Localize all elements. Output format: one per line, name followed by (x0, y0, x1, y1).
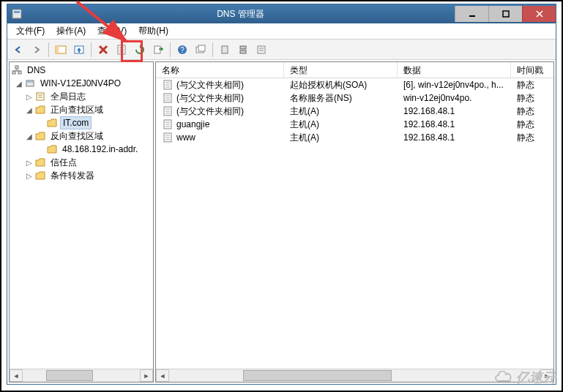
cell-timestamp: 静态 (511, 78, 553, 92)
tree-label: WIN-V12EJ0NV4PO (38, 78, 123, 89)
record-row[interactable]: guangjie主机(A)192.168.48.1静态 (156, 118, 553, 131)
scroll-track[interactable] (169, 369, 540, 382)
expand-toggle[interactable]: ◢ (24, 105, 34, 115)
forward-button[interactable] (29, 42, 45, 58)
new-window-button[interactable] (193, 42, 209, 58)
filter-button[interactable] (217, 42, 233, 58)
column-type[interactable]: 类型 (284, 62, 398, 78)
expand-toggle[interactable]: ▷ (24, 157, 34, 167)
watermark-text: 亿速云 (516, 369, 556, 386)
record-icon (162, 80, 174, 90)
svg-text:?: ? (180, 46, 184, 54)
record-row[interactable]: www主机(A)192.168.48.1静态 (156, 131, 553, 144)
cell-type: 主机(A) (284, 131, 398, 145)
server-button[interactable] (235, 42, 251, 58)
log-icon (34, 91, 46, 102)
expand-toggle[interactable]: ▷ (24, 170, 34, 181)
svg-rect-33 (27, 81, 33, 83)
close-button[interactable] (522, 6, 556, 22)
zone-icon (46, 144, 58, 154)
scroll-left-button[interactable]: ◄ (156, 369, 169, 382)
menubar: 文件(F) 操作(A) 查看(V) 帮助(H) (7, 23, 556, 39)
tree-global-log[interactable]: ▷ 全局日志 (10, 90, 153, 103)
window-title: DNS 管理器 (26, 8, 455, 20)
toolbar: ? (7, 39, 556, 60)
refresh-button[interactable] (132, 42, 148, 58)
scroll-left-button[interactable]: ◄ (10, 369, 23, 382)
expand-toggle[interactable]: ◢ (14, 78, 24, 88)
menu-action[interactable]: 操作(A) (51, 23, 92, 39)
tree-pane: DNS ◢ WIN-V12EJ0NV4PO ▷ 全局日志 ◢ (9, 61, 154, 382)
server-icon (24, 78, 36, 88)
record-row[interactable]: (与父文件夹相同)起始授权机构(SOA)[6], win-v12ej0nv4po… (156, 78, 553, 91)
maximize-button[interactable] (488, 6, 522, 22)
tree-label: 反向查找区域 (48, 129, 105, 143)
svg-rect-1 (12, 10, 21, 18)
scroll-right-button[interactable]: ► (140, 369, 153, 382)
minimize-button[interactable] (455, 6, 488, 22)
column-name[interactable]: 名称 (156, 62, 284, 78)
cell-data: 192.168.48.1 (398, 118, 511, 130)
folder-icon (34, 170, 46, 181)
list-header: 名称 类型 数据 时间戳 (156, 62, 553, 78)
titlebar[interactable]: DNS 管理器 (7, 4, 556, 23)
menu-file[interactable]: 文件(F) (10, 23, 51, 39)
tree-zone-it[interactable]: IT.com (10, 116, 153, 129)
record-icon (162, 93, 174, 103)
svg-rect-2 (14, 11, 20, 13)
tree-forward-zone[interactable]: ◢ 正向查找区域 (10, 103, 153, 116)
column-data[interactable]: 数据 (398, 62, 511, 78)
record-row[interactable]: (与父文件夹相同)名称服务器(NS)win-v12ej0nv4po.静态 (156, 91, 553, 105)
tree-cond-forwarders[interactable]: ▷ 条件转发器 (10, 169, 153, 182)
tree-label: 条件转发器 (48, 169, 97, 183)
cell-type: 名称服务器(NS) (284, 91, 398, 105)
cell-timestamp: 静态 (511, 118, 553, 132)
expand-toggle[interactable]: ▷ (24, 91, 34, 102)
cell-name: www (176, 132, 195, 143)
cloud-icon (493, 371, 513, 384)
svg-rect-22 (240, 46, 246, 49)
svg-rect-28 (12, 71, 15, 74)
svg-rect-29 (18, 71, 21, 74)
expand-toggle[interactable]: ◢ (24, 131, 34, 141)
record-row[interactable]: (与父文件夹相同)主机(A)192.168.48.1静态 (156, 105, 553, 118)
zone-icon (46, 118, 58, 128)
tree-trust-points[interactable]: ▷ 信任点 (10, 156, 153, 169)
tree-hscrollbar[interactable]: ◄ ► (10, 369, 153, 382)
tree-body[interactable]: DNS ◢ WIN-V12EJ0NV4PO ▷ 全局日志 ◢ (10, 62, 153, 369)
cell-type: 起始授权机构(SOA) (284, 78, 398, 92)
list-body[interactable]: (与父文件夹相同)起始授权机构(SOA)[6], win-v12ej0nv4po… (156, 78, 553, 369)
app-icon (7, 9, 26, 19)
scroll-thumb[interactable] (46, 370, 93, 381)
column-timestamp[interactable]: 时间戳 (511, 62, 553, 78)
tree-reverse-zone[interactable]: ◢ 反向查找区域 (10, 129, 153, 143)
menu-help[interactable]: 帮助(H) (133, 23, 174, 39)
help-button[interactable]: ? (174, 42, 190, 58)
properties-button[interactable] (113, 42, 130, 58)
scroll-track[interactable] (23, 369, 140, 382)
svg-rect-24 (258, 46, 265, 53)
svg-rect-27 (15, 66, 18, 69)
delete-button[interactable] (95, 42, 111, 58)
cell-timestamp: 静态 (511, 131, 553, 145)
scroll-thumb[interactable] (243, 370, 392, 381)
tree-label: 信任点 (48, 156, 79, 170)
cell-timestamp: 静态 (511, 105, 553, 118)
svg-rect-16 (154, 46, 160, 53)
show-hide-tree-button[interactable] (53, 42, 69, 58)
tree-zone-rev[interactable]: 48.168.192.in-addr. (10, 143, 153, 156)
options-button[interactable] (253, 42, 269, 58)
tree-server[interactable]: ◢ WIN-V12EJ0NV4PO (10, 77, 153, 90)
up-one-level-button[interactable] (71, 42, 87, 58)
svg-rect-34 (37, 93, 44, 100)
tree-label: IT.com (60, 116, 92, 129)
cell-name: (与父文件夹相同) (176, 79, 244, 91)
menu-view[interactable]: 查看(V) (92, 23, 133, 39)
back-button[interactable] (10, 42, 26, 58)
cell-name: (与父文件夹相同) (176, 105, 244, 118)
cell-data: [6], win-v12ej0nv4po., h... (398, 79, 511, 91)
tree-root-dns[interactable]: DNS (10, 64, 153, 77)
export-list-button[interactable] (150, 42, 166, 58)
folder-icon (34, 131, 46, 141)
record-icon (162, 106, 174, 116)
